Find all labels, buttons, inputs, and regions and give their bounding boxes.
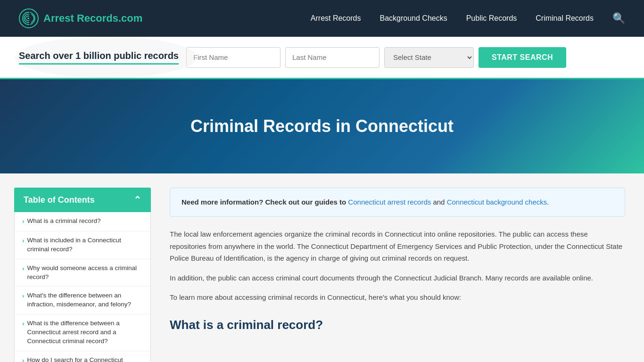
info-link-background-checks[interactable]: Connecticut background checks — [447, 198, 547, 206]
list-item: › What's the difference between an infra… — [15, 287, 150, 314]
toc-link-4[interactable]: › What's the difference between an infra… — [15, 287, 150, 314]
toc-link-6[interactable]: › How do I search for a Connecticut crim… — [15, 351, 150, 362]
nav-criminal-records[interactable]: Criminal Records — [536, 14, 594, 23]
search-inputs: Select State Alabama Alaska Arizona Arka… — [186, 47, 625, 68]
list-item: › What is included in a Connecticut crim… — [15, 231, 150, 259]
nav-background-checks[interactable]: Background Checks — [380, 14, 447, 23]
sidebar: Table of Contents ⌃ › What is a criminal… — [0, 188, 160, 362]
hero-banner: Criminal Records in Connecticut — [0, 79, 644, 173]
search-icon-button[interactable]: 🔍 — [612, 12, 625, 25]
state-select[interactable]: Select State Alabama Alaska Arizona Arka… — [384, 47, 474, 68]
chevron-right-icon: › — [22, 356, 25, 362]
list-item: › What is the difference between a Conne… — [15, 314, 150, 351]
nav-arrest-records[interactable]: Arrest Records — [311, 14, 361, 23]
nav-public-records[interactable]: Public Records — [466, 14, 517, 23]
toc-link-1[interactable]: › What is a criminal record? — [15, 212, 150, 231]
toc-link-5[interactable]: › What is the difference between a Conne… — [15, 314, 150, 351]
list-item: › What is a criminal record? — [15, 212, 150, 231]
info-link-arrest-records[interactable]: Connecticut arrest records — [348, 198, 431, 206]
info-box-text-middle: and — [431, 198, 446, 206]
toc-title: Table of Contents — [24, 195, 95, 205]
list-item: › Why would someone access a criminal re… — [15, 259, 150, 287]
section1-title: What is a criminal record? — [170, 318, 625, 332]
toc-link-3[interactable]: › Why would someone access a criminal re… — [15, 259, 150, 287]
article-paragraph-2: In addition, the public can access crimi… — [170, 272, 625, 284]
info-box-text-before: Need more information? Check out our gui… — [182, 198, 348, 206]
chevron-right-icon: › — [22, 237, 25, 246]
toc-list: › What is a criminal record? › What is i… — [14, 212, 151, 362]
main-nav: Arrest Records Background Checks Public … — [311, 12, 625, 25]
main-content: Table of Contents ⌃ › What is a criminal… — [0, 173, 644, 362]
chevron-right-icon: › — [22, 264, 25, 273]
article-body: The local law enforcement agencies organ… — [170, 228, 625, 332]
toc-link-2[interactable]: › What is included in a Connecticut crim… — [15, 231, 150, 259]
list-item: › How do I search for a Connecticut crim… — [15, 351, 150, 362]
article: Need more information? Check out our gui… — [160, 188, 644, 362]
fingerprint-icon — [19, 8, 39, 28]
page-title: Criminal Records in Connecticut — [190, 116, 454, 136]
info-box: Need more information? Check out our gui… — [170, 188, 625, 217]
info-box-text-after: . — [547, 198, 549, 206]
article-paragraph-3: To learn more about accessing criminal r… — [170, 291, 625, 304]
toc-header[interactable]: Table of Contents ⌃ — [14, 188, 151, 212]
search-bar-section: Search over 1 billion public records Sel… — [0, 37, 644, 79]
logo-text: Arrest Records.com — [43, 12, 142, 25]
chevron-right-icon: › — [22, 217, 25, 226]
chevron-right-icon: › — [22, 320, 25, 329]
last-name-input[interactable] — [285, 47, 380, 68]
svg-point-0 — [19, 9, 38, 28]
first-name-input[interactable] — [186, 47, 281, 68]
chevron-right-icon: › — [22, 292, 25, 301]
chevron-up-icon: ⌃ — [133, 194, 141, 206]
search-label: Search over 1 billion public records — [19, 50, 179, 65]
start-search-button[interactable]: START SEARCH — [479, 47, 566, 68]
header: Arrest Records.com Arrest Records Backgr… — [0, 0, 644, 37]
logo[interactable]: Arrest Records.com — [19, 8, 142, 28]
article-paragraph-1: The local law enforcement agencies organ… — [170, 228, 625, 264]
